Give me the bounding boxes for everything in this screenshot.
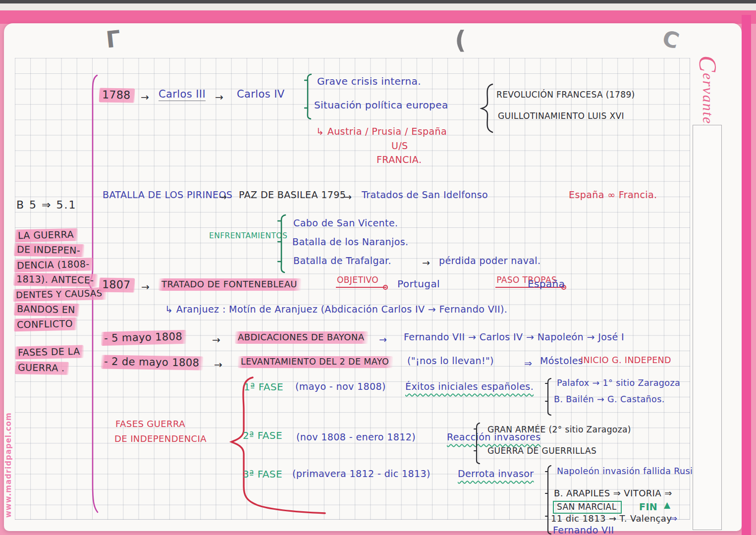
fase-1-dates: (mayo - nov 1808) bbox=[295, 381, 386, 392]
note-fernando-vii: Fernando VII bbox=[553, 525, 614, 535]
sidebar-fases-line: FASES DE LA bbox=[15, 345, 84, 359]
year-1807: 1807 bbox=[99, 277, 135, 292]
arrow-icon: → bbox=[379, 334, 387, 345]
date-2-mayo-1808: - 2 de mayo 1808 bbox=[101, 355, 204, 370]
sidebar-title-line: BANDOS EN bbox=[14, 303, 79, 317]
arrow-icon: → bbox=[422, 258, 430, 268]
folder-pink-bar bbox=[0, 10, 756, 24]
note-francia: FRANCIA. bbox=[377, 155, 422, 165]
fase-2-dates: (nov 1808 - enero 1812) bbox=[296, 432, 416, 442]
branch-situacion-europea: Situación política europea bbox=[314, 100, 448, 110]
black-bracket-icon bbox=[545, 465, 552, 535]
brand-rest: ervantes bbox=[700, 73, 716, 131]
scan-edge-strip bbox=[0, 0, 756, 3]
label-objetivo: OBJETIVO bbox=[336, 275, 386, 288]
note-espana: España bbox=[528, 278, 565, 289]
label-enfrentamientos: ENFRENTAMIENTOS bbox=[209, 232, 287, 240]
note-inicio-guerra-independencia: INICIO G. INDEPEND bbox=[581, 356, 671, 365]
paper-watermark: www.madridpapel.com bbox=[4, 419, 13, 518]
note-gran-armee: GRAN ARMÉE (2° sitio Zaragoza) bbox=[487, 425, 631, 434]
note-san-marcial: SAN MARCIAL bbox=[553, 501, 622, 514]
sidebar-title-line: CONFLICTO bbox=[14, 318, 77, 332]
black-bracket-icon bbox=[474, 422, 481, 465]
double-arrow-icon: ⇒ bbox=[524, 358, 532, 369]
red-brace-icon bbox=[224, 375, 333, 517]
note-napoleon-rusia: Napoleón invasión fallida Rusia bbox=[557, 467, 698, 476]
double-arrow-icon: ⇒ bbox=[670, 514, 677, 524]
label-fin: FIN bbox=[639, 502, 657, 512]
sidebar-title-line: DENTES Y CAUSAS bbox=[13, 287, 107, 302]
label-fase-2: 2ª FASE bbox=[243, 430, 282, 441]
note-guerra-guerrillas: GUERRA DE GUERRILLAS bbox=[487, 446, 596, 456]
sequence-abdicaciones: Fernando VII → Carlos IV → Napoleón → Jo… bbox=[404, 332, 624, 342]
arrow-icon: → bbox=[214, 359, 222, 370]
arrow-icon: → bbox=[212, 334, 220, 345]
year-1788: 1788 bbox=[99, 88, 135, 103]
margin-empty-box bbox=[693, 125, 722, 530]
date-5-mayo-1808: - 5 mayo 1808 bbox=[101, 330, 187, 346]
note-arapiles-vitoria: B. ARAPILES ⇒ VITORIA ⇒ bbox=[554, 488, 672, 498]
note-guillotinamiento: GUILLOTINAMIENTO LUIS XVI bbox=[498, 111, 624, 121]
binder-hole-mark-1: Γ bbox=[105, 25, 122, 54]
note-austria-prusia-espana: ↳ Austria / Prusia / España bbox=[316, 126, 447, 137]
note-tratado-fontainebleau: TRATADO DE FONTENEBLEAU bbox=[159, 278, 301, 291]
arrow-icon: → bbox=[344, 192, 352, 202]
note-perdida-poder-naval: pérdida poder naval. bbox=[439, 256, 541, 266]
sidebar-title-line: 1813). ANTECE- bbox=[13, 273, 98, 287]
note-paz-basilea: PAZ DE BASILEA 1795 bbox=[239, 190, 346, 200]
scan-light-strip bbox=[0, 3, 756, 10]
label-fases-guerra-line1: FASES GUERRA bbox=[115, 419, 185, 429]
unit-reference: B 5 ⇒ 5.1 bbox=[16, 199, 77, 211]
sidebar-title-line: DE INDEPEN- bbox=[14, 243, 84, 257]
fase-1-result: Éxitos iniciales españoles. bbox=[405, 381, 534, 392]
sidebar-fases-line: GUERRA . bbox=[15, 361, 69, 375]
flag-triangle-icon: ▲ bbox=[664, 500, 670, 510]
king-carlos-iii: Carlos III bbox=[159, 89, 206, 101]
sidebar-title-line: DENCIA (1808- bbox=[14, 258, 94, 272]
item-batalla-trafalgar: Batalla de Trafalgar. bbox=[293, 256, 391, 266]
note-batalla-pirineos: BATALLA DE LOS PIRINEOS bbox=[103, 190, 232, 200]
label-fase-3: 3ª FASE bbox=[243, 469, 282, 480]
quote-nos-lo-llevan: ("¡nos lo llevan!") bbox=[407, 356, 494, 366]
note-tratado-valencay: 11 dic 1813 → T. Valençay bbox=[551, 514, 672, 524]
arrow-icon: → bbox=[215, 92, 223, 103]
fase-3-result: Derrota invasor bbox=[458, 469, 534, 479]
note-bailen-castanos: B. Bailén → G. Castaños. bbox=[554, 395, 665, 404]
arrow-icon: → bbox=[141, 281, 150, 292]
note-vs: U/S bbox=[391, 141, 408, 151]
arrow-icon: → bbox=[141, 92, 149, 103]
fase-3-dates: (primavera 1812 - dic 1813) bbox=[292, 469, 431, 479]
pink-border-stripe bbox=[742, 15, 751, 535]
note-levantamiento-2-mayo: LEVANTAMIENTO DEL 2 DE MAYO bbox=[238, 356, 393, 368]
note-revolucion-francesa: REVOLUCIÓN FRANCESA (1789) bbox=[496, 90, 635, 100]
sidebar-title-line: LA GUERRA bbox=[15, 228, 78, 243]
brand-initial: C bbox=[694, 55, 722, 73]
note-espana-francia: España ∞ Francia. bbox=[569, 190, 657, 200]
item-cabo-san-vicente: Cabo de San Vicente. bbox=[293, 218, 398, 228]
note-palafox-zaragoza: Palafox → 1° sitio Zaragoza bbox=[557, 378, 680, 388]
binder-hole-mark-2: ( bbox=[455, 26, 466, 54]
black-bracket-icon bbox=[545, 377, 552, 416]
note-abdicaciones-bayona: ABDICACIONES DE BAYONA bbox=[235, 331, 368, 344]
arrow-icon: → bbox=[219, 192, 227, 202]
king-carlos-iv: Carlos IV bbox=[237, 89, 285, 100]
green-bracket-icon bbox=[277, 214, 286, 273]
branch-crisis-interna: Grave crisis interna. bbox=[317, 76, 421, 87]
note-tratados-san-ildefonso: Tratados de San Idelfonso bbox=[362, 190, 488, 200]
black-brace-icon bbox=[479, 83, 494, 134]
label-fases-guerra-line2: DE INDEPENDENCIA bbox=[114, 434, 207, 444]
note-portugal: Portugal bbox=[397, 278, 440, 289]
note-motin-aranjuez: ↳ Aranjuez : Motín de Aranjuez (Abdicaci… bbox=[165, 304, 507, 315]
note-mostoles: Móstoles bbox=[540, 356, 583, 366]
label-fase-1: 1ª FASE bbox=[244, 381, 283, 392]
item-batalla-naranjos: Batalla de los Naranjos. bbox=[292, 237, 408, 247]
green-bracket-icon bbox=[304, 73, 312, 120]
